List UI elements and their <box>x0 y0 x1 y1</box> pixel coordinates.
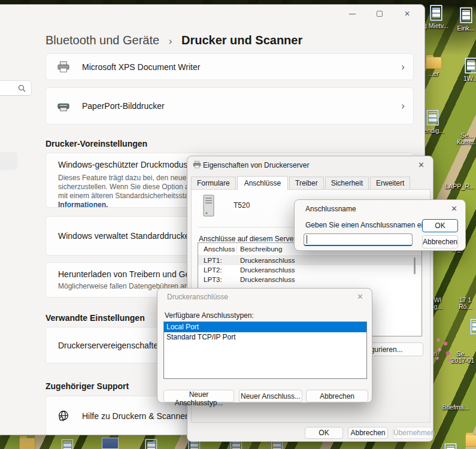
description-cell: Druckeranschluss <box>235 265 295 275</box>
printer-row-xps[interactable]: Microsoft XPS Document Writer › <box>46 53 414 80</box>
port-types-list[interactable]: Local Port Standard TCP/IP Port <box>163 321 367 379</box>
desktop-icon[interactable]: Se... Korre... <box>454 131 476 145</box>
desktop-icon[interactable] <box>461 435 476 447</box>
minimize-icon <box>349 14 356 14</box>
printer-name: PaperPort-Bilddrucker <box>82 101 401 111</box>
tab-treiber[interactable]: Treiber <box>289 177 324 189</box>
desktop-icon[interactable]: Se... 2017-01 <box>448 349 476 364</box>
cancel-button[interactable]: Abbrechen <box>306 390 368 402</box>
cancel-button[interactable]: Abbrechen <box>422 235 458 248</box>
desktop-icon-label: Eink... <box>457 25 474 32</box>
desktop-icon[interactable]: 1W... <box>459 57 476 82</box>
dialog-title: Eigenschaften von Druckerserver <box>203 161 309 169</box>
close-icon[interactable]: ✕ <box>357 293 363 301</box>
card-title: Windows verwaltet Standarddrucker <box>58 231 192 241</box>
port-name-dialog: Anschlussname ✕ Geben Sie einen Anschlus… <box>294 199 466 251</box>
tab-formulare[interactable]: Formulare <box>191 177 236 189</box>
breadcrumb-parent[interactable]: Bluetooth und Geräte <box>46 34 159 47</box>
ok-button[interactable]: OK <box>305 427 343 439</box>
column-header-description[interactable]: Beschreibung <box>235 243 282 255</box>
breadcrumb: Bluetooth und Geräte › Drucker und Scann… <box>46 34 302 47</box>
table-row[interactable]: LPT3: Druckeranschluss <box>198 275 422 284</box>
list-item-local-port[interactable]: Local Port <box>164 322 366 332</box>
description-cell: Druckeranschluss <box>235 256 295 265</box>
desktop-icon-label: g Mietv... <box>423 23 448 29</box>
port-types-label: Verfügbare Anschlusstypen: <box>165 311 254 320</box>
minimize-button[interactable] <box>338 5 366 23</box>
new-port-button[interactable]: Neuer Anschluss... <box>239 390 302 402</box>
port-name-input[interactable] <box>304 233 413 246</box>
new-port-type-button[interactable]: Neuer Anschlusstyp... <box>163 390 234 402</box>
desktop-icon[interactable]: LAPP_R... <box>444 181 475 190</box>
column-header-port[interactable]: Anschluss <box>198 243 235 255</box>
printer-icon <box>193 160 201 171</box>
folder-icon <box>465 435 476 447</box>
desktop-icon[interactable] <box>467 318 476 335</box>
close-icon: ✕ <box>404 10 410 18</box>
table-row[interactable]: LPT2: Druckeranschluss <box>198 265 422 275</box>
desktop-icon-label: Se... Korre... <box>454 132 476 145</box>
document-icon <box>470 318 476 335</box>
dialog-title: Anschlussname <box>305 205 356 213</box>
page-title: Drucker und Scanner <box>181 34 302 47</box>
apply-button[interactable]: Übernehmen <box>393 427 432 439</box>
port-cell: LPT1: <box>198 256 235 265</box>
document-icon[interactable] <box>61 439 74 449</box>
globe-icon <box>53 409 74 423</box>
card-title: Druckerservereigenschaften <box>58 341 163 350</box>
chevron-right-icon: › <box>401 100 405 112</box>
desktop-icon[interactable]: Briefma... <box>439 402 472 411</box>
tab-anschluesse[interactable]: Anschlüsse <box>237 176 288 190</box>
tab-sicherheit[interactable]: Sicherheit <box>325 177 369 189</box>
printer-name: Microsoft XPS Document Writer <box>82 62 401 72</box>
maximize-button[interactable] <box>366 5 393 23</box>
ok-button[interactable]: OK <box>422 219 458 232</box>
desktop: g Mietv... Eink... ...er 1W... uendig...… <box>0 0 476 449</box>
cancel-button[interactable]: Abbrechen <box>348 427 388 439</box>
printer-ports-dialog: Druckeranschlüsse ✕ Verfügbare Anschluss… <box>157 288 372 403</box>
document-icon <box>460 7 472 23</box>
desktop-icon-label: 1W... <box>463 75 476 82</box>
desktop-icon[interactable]: 17 1 Rö... <box>453 295 476 310</box>
document-icon <box>430 5 442 21</box>
section-heading-preferences: Drucker-Voreinstellungen <box>46 139 147 148</box>
image-icon[interactable] <box>102 438 119 449</box>
desktop-icon-label: 17 1 Rö... <box>453 297 476 310</box>
search-input[interactable] <box>0 80 32 96</box>
maximize-icon <box>377 11 383 17</box>
desktop-icon-label: LAPP_R... <box>445 183 474 190</box>
printer-icon <box>53 100 74 112</box>
close-button[interactable]: ✕ <box>393 5 421 23</box>
table-row[interactable]: LPT1: Druckeranschluss <box>198 256 422 265</box>
desktop-icon-label: Briefma... <box>442 404 469 411</box>
ports-list-label: Anschlüsse auf diesem Server <box>199 235 296 243</box>
folder-icon <box>426 57 442 69</box>
window-controls: ✕ <box>338 5 421 23</box>
server-name: T520 <box>234 201 250 210</box>
folder-icon[interactable] <box>19 438 35 449</box>
section-heading-support: Zugehöriger Support <box>46 381 129 391</box>
tab-erweitert[interactable]: Erweitert <box>370 177 410 189</box>
desktop-icon-label: ...er <box>428 71 439 77</box>
port-name-prompt: Geben Sie einen Anschlussnamen ein: <box>305 221 429 229</box>
text-caret <box>307 235 307 244</box>
section-heading-related: Verwandte Einstellungen <box>46 313 145 323</box>
port-cell: LPT3: <box>198 275 235 284</box>
description-cell: Druckeranschluss <box>235 275 295 284</box>
dialog-title: Druckeranschlüsse <box>167 293 228 301</box>
document-icon[interactable] <box>145 439 157 449</box>
list-item-tcpip-port[interactable]: Standard TCP/IP Port <box>164 332 366 342</box>
tab-bar: Formulare Anschlüsse Treiber Sicherheit … <box>191 176 411 190</box>
scrollbar-thumb[interactable] <box>414 257 416 274</box>
close-icon[interactable]: ✕ <box>451 205 457 213</box>
document-icon <box>465 57 476 74</box>
close-icon[interactable]: ✕ <box>418 161 425 169</box>
printer-row-paperport[interactable]: PaperPort-Bilddrucker › <box>46 87 414 125</box>
port-cell: LPT2: <box>198 265 235 275</box>
document-icon[interactable] <box>444 443 457 449</box>
desktop-icon-label: Se... 2017-01 <box>448 351 476 364</box>
document-icon <box>426 110 439 126</box>
printer-icon <box>53 61 74 73</box>
sidebar-selected-item[interactable] <box>0 152 17 170</box>
desktop-icon[interactable]: Eink... <box>454 7 476 32</box>
